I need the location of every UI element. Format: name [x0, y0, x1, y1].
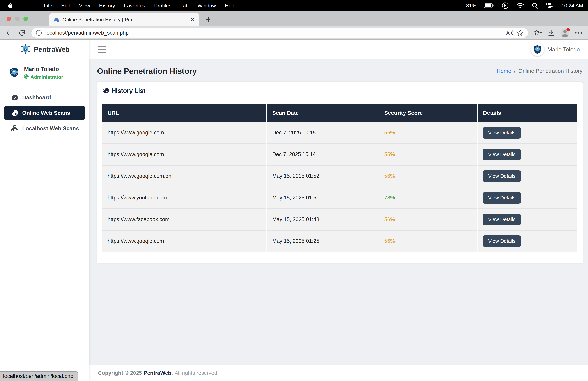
- app-window: PentraWeb Mario Toledo Administra: [0, 40, 588, 381]
- collections-icon[interactable]: [534, 29, 542, 36]
- zoom-window-button[interactable]: [23, 17, 28, 21]
- sidebar-toggle-icon[interactable]: [98, 46, 105, 53]
- breadcrumb: Home / Online Penetration History: [497, 68, 583, 74]
- menu-help[interactable]: Help: [225, 3, 235, 9]
- cell-url: https://www.google.com: [103, 143, 267, 165]
- topbar-avatar-icon: [531, 43, 544, 56]
- read-aloud-icon[interactable]: A: [506, 30, 513, 36]
- sidebar-item-label: Online Web Scans: [22, 110, 70, 116]
- footer-brand: PentraWeb.: [144, 370, 173, 376]
- menu-history[interactable]: History: [99, 3, 115, 9]
- menu-window[interactable]: Window: [198, 3, 216, 9]
- address-bar[interactable]: localhost/pen/admin/web_scan.php A: [31, 28, 528, 38]
- browser-menu-icon[interactable]: [575, 32, 582, 34]
- table-row: https://www.google.com May 15, 2025 01:2…: [103, 230, 577, 252]
- site-info-icon[interactable]: [36, 30, 42, 36]
- topbar-user-name: Mario Toledo: [547, 46, 580, 53]
- topbar: Mario Toledo: [89, 40, 588, 59]
- menu-tab[interactable]: Tab: [180, 3, 189, 9]
- sidebar-user-role: Administrator: [30, 74, 63, 80]
- table-row: https://www.google.com.ph May 15, 2025 0…: [103, 165, 577, 187]
- cell-score: 56%: [384, 173, 395, 179]
- browser-tab[interactable]: Online Penetration History | Pent ×: [49, 13, 199, 26]
- cell-score: 56%: [384, 238, 395, 244]
- topbar-user-menu[interactable]: Mario Toledo: [531, 43, 580, 56]
- cell-url: https://www.google.com: [103, 230, 267, 252]
- cell-url: https://www.google.com: [103, 122, 267, 143]
- url-text[interactable]: localhost/pen/admin/web_scan.php: [45, 30, 502, 36]
- table-row: https://www.google.com Dec 7, 2025 10:15…: [103, 122, 577, 143]
- view-details-button[interactable]: View Details: [483, 149, 521, 160]
- col-security-score: Security Score: [379, 104, 478, 122]
- history-list-card: History List URL Scan Date Security Scor…: [97, 82, 583, 263]
- view-details-button[interactable]: View Details: [483, 127, 521, 138]
- sidebar-user-name: Mario Toledo: [24, 66, 63, 72]
- apple-menu-icon[interactable]: [8, 2, 13, 9]
- reload-icon[interactable]: [19, 29, 25, 36]
- cell-date: May 15, 2025 01:25: [267, 230, 379, 252]
- tab-title: Online Penetration History | Pent: [63, 17, 187, 22]
- card-title: History List: [111, 87, 146, 94]
- downloads-icon[interactable]: [548, 29, 555, 37]
- table-row: https://www.youtube.com May 15, 2025 01:…: [103, 187, 577, 209]
- sidebar-item-label: Localhost Web Scans: [22, 125, 79, 132]
- view-details-button[interactable]: View Details: [483, 235, 521, 247]
- browser-tabstrip: Online Penetration History | Pent × +: [0, 11, 588, 26]
- sidebar-nav: Dashboard Online Web Scans Localhost Web…: [0, 86, 89, 140]
- profile-notification-dot: [566, 28, 570, 31]
- sitemap-icon: [11, 125, 18, 132]
- favorite-star-icon[interactable]: [517, 30, 524, 36]
- cell-score: 56%: [384, 216, 395, 222]
- minimize-window-button[interactable]: [15, 17, 20, 21]
- menu-profiles[interactable]: Profiles: [154, 3, 171, 9]
- sidebar-item-online-web-scans[interactable]: Online Web Scans: [4, 106, 85, 120]
- cell-date: May 15, 2025 01:51: [267, 187, 379, 209]
- table-row: https://www.facebook.com May 15, 2025 01…: [103, 209, 577, 230]
- col-url: URL: [103, 104, 267, 122]
- sidebar-user-panel: Mario Toledo Administrator: [0, 59, 89, 86]
- page-title: Online Penetration History: [97, 66, 197, 76]
- sidebar: PentraWeb Mario Toledo Administra: [0, 40, 89, 381]
- sidebar-item-localhost-web-scans[interactable]: Localhost Web Scans: [4, 121, 85, 135]
- footer-copyright: Copyright © 2025: [98, 370, 142, 376]
- menu-file[interactable]: File: [44, 3, 52, 9]
- view-details-button[interactable]: View Details: [483, 214, 521, 225]
- gauge-icon: [11, 94, 18, 100]
- card-globe-icon: [103, 88, 109, 94]
- menubar-clock[interactable]: 10:24 AM: [561, 3, 583, 9]
- sidebar-item-dashboard[interactable]: Dashboard: [4, 90, 85, 104]
- brand[interactable]: PentraWeb: [0, 40, 89, 59]
- footer: Copyright © 2025 PentraWeb. All rights r…: [89, 365, 588, 381]
- tab-close-icon[interactable]: ×: [190, 16, 195, 23]
- page-content: Online Penetration History Home / Online…: [89, 59, 588, 365]
- menu-favorites[interactable]: Favorites: [124, 3, 145, 9]
- cell-date: May 15, 2025 01:48: [267, 209, 379, 230]
- breadcrumb-home-link[interactable]: Home: [497, 68, 511, 74]
- menu-view[interactable]: View: [79, 3, 90, 9]
- window-controls: [6, 17, 28, 21]
- new-tab-button[interactable]: +: [206, 14, 211, 25]
- browser-profile-button[interactable]: [561, 28, 569, 37]
- pentraweb-logo-icon: [20, 43, 31, 55]
- view-details-button[interactable]: View Details: [483, 192, 521, 203]
- close-window-button[interactable]: [6, 17, 11, 21]
- breadcrumb-separator: /: [514, 68, 516, 74]
- svg-text:A: A: [506, 30, 510, 36]
- screen-mirroring-icon[interactable]: [502, 2, 509, 9]
- mamp-favicon-icon: [53, 17, 59, 22]
- menu-edit[interactable]: Edit: [61, 3, 70, 9]
- sidebar-item-label: Dashboard: [22, 94, 51, 101]
- cell-date: Dec 7, 2025 10:15: [267, 122, 379, 143]
- battery-icon[interactable]: [484, 3, 494, 8]
- cell-url: https://www.facebook.com: [103, 209, 267, 230]
- table-header-row: URL Scan Date Security Score Details: [103, 104, 577, 122]
- link-preview-statusbar: localhost/pen/admin/local.php: [0, 371, 78, 381]
- spotlight-search-icon[interactable]: [532, 2, 538, 9]
- cell-score: 56%: [384, 130, 395, 135]
- wifi-icon[interactable]: [516, 2, 524, 9]
- control-center-icon[interactable]: [546, 3, 554, 9]
- back-icon[interactable]: [6, 30, 13, 36]
- battery-percentage: 81%: [466, 3, 476, 9]
- view-details-button[interactable]: View Details: [483, 170, 521, 182]
- col-scan-date: Scan Date: [267, 104, 379, 122]
